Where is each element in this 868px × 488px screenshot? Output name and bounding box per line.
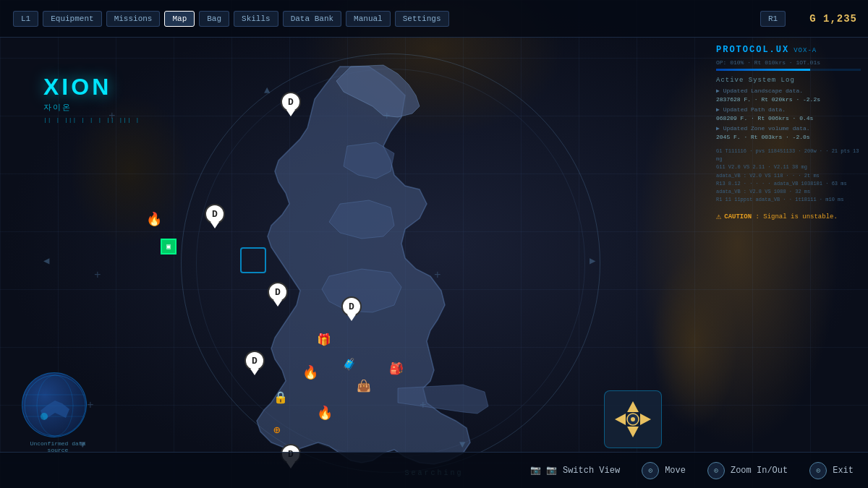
compass-right: ▶ (590, 254, 595, 267)
marker-d3-circle: D (268, 282, 288, 302)
svg-point-5 (41, 413, 48, 420)
zoom-button[interactable]: ⊙ (707, 462, 725, 479)
system-log-title: Active System Log (716, 77, 861, 84)
svg-marker-9 (640, 414, 651, 425)
item-marker-special[interactable]: ⊕ (273, 423, 281, 437)
mini-globe-circle (22, 372, 87, 437)
fire-marker-2: 🔥 (302, 364, 318, 380)
svg-marker-7 (627, 427, 639, 437)
marker-d2-circle: D (205, 204, 225, 224)
zoom-action[interactable]: ⊙ Zoom In/Out (707, 462, 788, 479)
map-content: XION 자이온 || | ||| | | | || ||| | D D D D… (0, 38, 868, 488)
player-marker: ▣ (161, 239, 176, 254)
data-grid: G1 T111116 · pvs 118451133 · 200w · · 21… (716, 147, 861, 204)
marker-d5-circle: D (244, 351, 265, 371)
caution-message: ⚠ CAUTION : Signal is unstable. (716, 211, 861, 222)
region-korean: 자이온 (43, 102, 140, 113)
move-button[interactable]: ⊙ (642, 462, 659, 479)
exit-button[interactable]: ⊙ (809, 462, 827, 479)
item-marker-chest[interactable]: 🎒 (389, 361, 404, 376)
fire-marker-1: 🔥 (146, 211, 162, 227)
region-label: XION 자이온 || | ||| | | | || ||| | (43, 74, 140, 123)
plus-se: + (420, 399, 427, 412)
mini-globe: Unconfirmed data source (22, 372, 94, 445)
log-entry-3: ▶ Updated Zone volume data. 2045 F. · Rt… (716, 124, 861, 142)
exit-action[interactable]: ⊙ Exit (809, 462, 854, 479)
nav-databank[interactable]: Data Bank (283, 11, 341, 27)
item-marker-lock[interactable]: 🔒 (273, 390, 288, 405)
marker-d3[interactable]: D (268, 282, 289, 308)
region-name: XION (43, 74, 140, 100)
log-entry-2: ▶ Updated Path data. 068209 F. · Rt 006k… (716, 106, 861, 123)
bottom-bar: 📷 📷 Switch View ⊙ Move ⊙ Zoom In/Out ⊙ E… (0, 452, 868, 488)
compass-bottom-right: ▼ (459, 439, 465, 450)
nav-bar: L1 Equipment Missions Map Bag Skills Dat… (0, 0, 868, 38)
move-action[interactable]: ⊙ Move (642, 462, 686, 479)
plus-nw: + (109, 110, 116, 123)
marker-d4[interactable]: D (341, 296, 363, 322)
plus-e: + (434, 269, 441, 282)
nav-manual[interactable]: Manual (346, 11, 391, 27)
log-entry-1: ▶ Updated Landscape data. 2837628 F. · R… (716, 87, 861, 104)
nav-settings[interactable]: Settings (395, 11, 449, 27)
move-panel (604, 390, 662, 448)
plus-ne: + (383, 110, 391, 123)
item-marker-gift[interactable]: 🎁 (317, 333, 331, 347)
protocol-sub: VOX-A (793, 47, 817, 54)
svg-point-11 (631, 417, 635, 421)
nav-equipment[interactable]: Equipment (43, 11, 101, 27)
nav-map[interactable]: Map (164, 11, 195, 27)
item-marker-bag1[interactable]: 🧳 (342, 357, 357, 372)
landmass (145, 59, 564, 471)
marker-d5[interactable]: D (244, 351, 266, 377)
protocol-bar-fill (716, 69, 810, 71)
target-reticle (240, 247, 266, 273)
svg-marker-6 (627, 401, 639, 412)
marker-d1-circle: D (281, 92, 301, 112)
nav-l1-button[interactable]: L1 (13, 11, 38, 27)
right-panel: PROTOCOL.UX VOX-A OP: 010% · Rt 010krs ·… (716, 45, 861, 222)
nav-bag[interactable]: Bag (199, 11, 229, 27)
marker-d2[interactable]: D (205, 204, 226, 230)
barcode: || | ||| | | | || ||| | (43, 116, 140, 123)
compass-top: ▲ (264, 85, 270, 96)
plus-w: + (94, 269, 101, 282)
marker-d1[interactable]: D (281, 92, 302, 118)
svg-marker-8 (615, 414, 626, 425)
fire-marker-3: 🔥 (317, 405, 333, 421)
protocol-title: PROTOCOL.UX (716, 45, 789, 55)
nav-r1-button[interactable]: R1 (760, 11, 786, 27)
gold-display: G 1,235 (809, 13, 857, 25)
protocol-bar (716, 69, 861, 71)
switch-view-action[interactable]: 📷 📷 Switch View (530, 465, 620, 476)
marker-d4-circle: D (341, 296, 362, 317)
nav-skills[interactable]: Skills (234, 11, 278, 27)
compass-left: ◀ (43, 254, 49, 267)
item-marker-bag2[interactable]: 👜 (357, 379, 371, 393)
nav-missions[interactable]: Missions (106, 11, 161, 27)
